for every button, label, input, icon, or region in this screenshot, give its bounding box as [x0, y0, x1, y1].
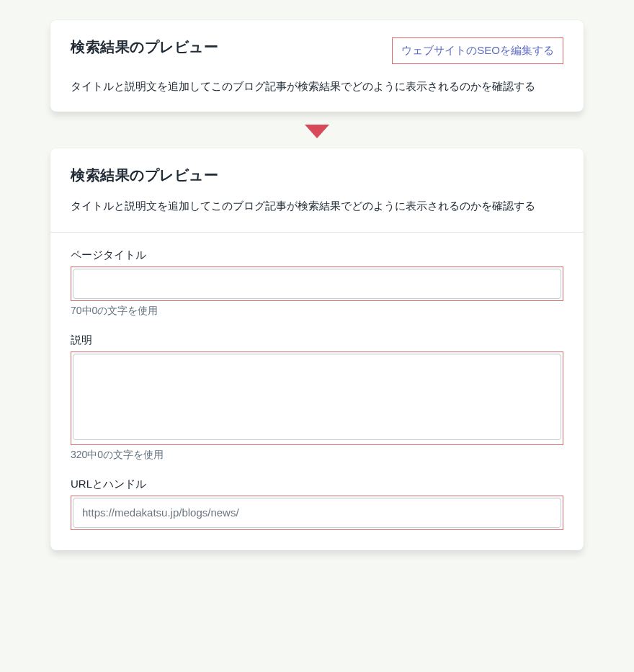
page-title-input[interactable]	[73, 269, 561, 299]
card-description: タイトルと説明文を追加してこのブログ記事が検索結果でどのように表示されるのかを確…	[71, 77, 563, 96]
card-header: 検索結果のプレビュー	[71, 166, 563, 185]
url-handle-label: URLとハンドル	[71, 478, 563, 491]
edit-seo-button[interactable]: ウェブサイトのSEOを編集する	[396, 40, 560, 62]
page-title-label: ページタイトル	[71, 248, 563, 262]
url-handle-input[interactable]	[73, 498, 561, 528]
edit-seo-highlight: ウェブサイトのSEOを編集する	[392, 37, 563, 64]
seo-preview-collapsed-card: 検索結果のプレビュー ウェブサイトのSEOを編集する タイトルと説明文を追加して…	[50, 20, 584, 112]
card-description: タイトルと説明文を追加してこのブログ記事が検索結果でどのように表示されるのかを確…	[71, 197, 563, 215]
page-title-field-block: ページタイトル 70中0の文字を使用	[71, 248, 563, 318]
meta-description-highlight	[71, 351, 563, 445]
arrow-container	[50, 112, 584, 148]
card-title: 検索結果のプレビュー	[71, 37, 218, 57]
url-handle-highlight	[71, 496, 563, 530]
page-title-helper: 70中0の文字を使用	[71, 305, 563, 318]
seo-preview-expanded-card: 検索結果のプレビュー タイトルと説明文を追加してこのブログ記事が検索結果でどのよ…	[50, 148, 584, 550]
meta-description-helper: 320中0の文字を使用	[71, 449, 563, 462]
arrow-down-icon	[305, 125, 329, 138]
url-handle-field-block: URLとハンドル	[71, 478, 563, 530]
meta-description-label: 説明	[71, 333, 563, 347]
meta-description-input[interactable]	[73, 354, 561, 440]
card-header: 検索結果のプレビュー ウェブサイトのSEOを編集する	[71, 37, 563, 64]
card-title: 検索結果のプレビュー	[71, 166, 218, 185]
meta-description-field-block: 説明 320中0の文字を使用	[71, 333, 563, 462]
page-title-highlight	[71, 266, 563, 301]
divider	[50, 232, 584, 233]
